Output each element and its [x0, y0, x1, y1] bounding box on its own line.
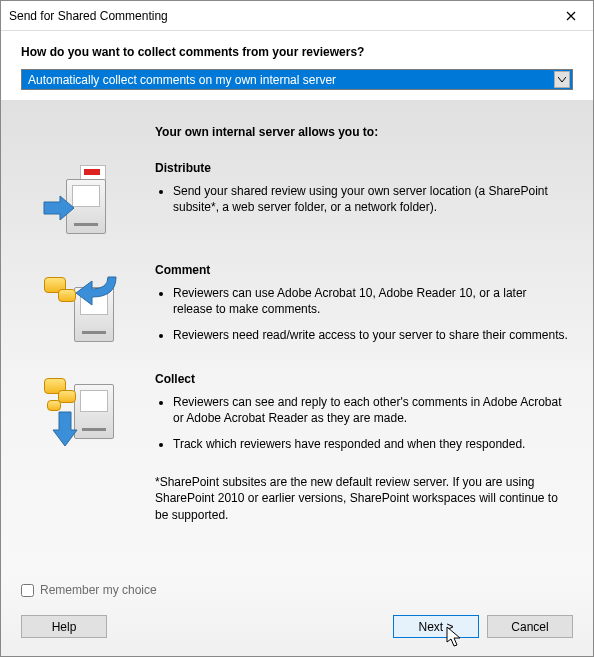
- intro-text: Your own internal server allows you to:: [155, 125, 569, 139]
- window-title: Send for Shared Commenting: [9, 9, 168, 23]
- comment-section: Comment Reviewers can use Adobe Acrobat …: [155, 263, 569, 354]
- header-area: How do you want to collect comments from…: [1, 31, 593, 100]
- arrow-down-icon: [50, 410, 80, 450]
- collect-bullet: Reviewers can see and reply to each othe…: [173, 394, 569, 426]
- comment-bullet: Reviewers need read/write access to your…: [173, 327, 569, 343]
- remember-choice-checkbox[interactable]: Remember my choice: [21, 583, 573, 597]
- titlebar: Send for Shared Commenting: [1, 1, 593, 31]
- distribute-bullet: Send your shared review using your own s…: [173, 183, 569, 215]
- help-button[interactable]: Help: [21, 615, 107, 638]
- collect-title: Collect: [155, 372, 569, 386]
- content-area: Your own internal server allows you to: …: [1, 100, 593, 573]
- collect-section: Collect Reviewers can see and reply to e…: [155, 372, 569, 463]
- dialog-window: Send for Shared Commenting How do you wa…: [0, 0, 594, 657]
- collect-icon: [25, 372, 135, 463]
- next-button[interactable]: Next >: [393, 615, 479, 638]
- close-button[interactable]: [548, 1, 593, 30]
- comment-title: Comment: [155, 263, 569, 277]
- remember-choice-label: Remember my choice: [40, 583, 157, 597]
- comment-icon: [25, 263, 135, 354]
- cancel-button[interactable]: Cancel: [487, 615, 573, 638]
- collection-method-dropdown[interactable]: Automatically collect comments on my own…: [21, 69, 573, 90]
- distribute-section: Distribute Send your shared review using…: [155, 161, 569, 245]
- remember-choice-input[interactable]: [21, 584, 34, 597]
- sharepoint-footnote: *SharePoint subsites are the new default…: [155, 474, 569, 523]
- reply-arrow-icon: [72, 271, 118, 311]
- chevron-down-icon: [554, 71, 570, 88]
- close-icon: [566, 11, 576, 21]
- distribute-icon: [25, 161, 135, 245]
- footer-area: Remember my choice Help Next > Cancel: [1, 573, 593, 656]
- dropdown-selected-value: Automatically collect comments on my own…: [28, 73, 336, 87]
- button-row: Help Next > Cancel: [21, 615, 573, 638]
- collect-bullet: Track which reviewers have responded and…: [173, 436, 569, 452]
- comment-bullet: Reviewers can use Adobe Acrobat 10, Adob…: [173, 285, 569, 317]
- header-question: How do you want to collect comments from…: [21, 45, 573, 59]
- arrow-right-icon: [42, 193, 78, 223]
- distribute-title: Distribute: [155, 161, 569, 175]
